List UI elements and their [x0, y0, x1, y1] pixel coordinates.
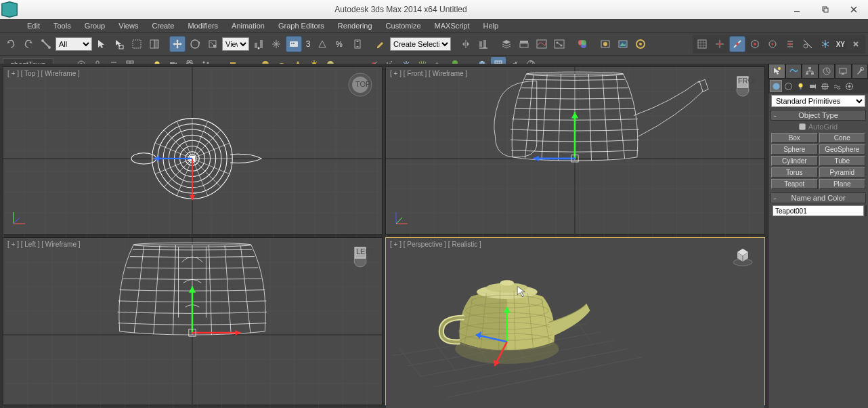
viewcube-front[interactable]: FRONT: [731, 73, 755, 97]
object-name-input[interactable]: [773, 205, 864, 216]
menu-rendering[interactable]: Rendering: [331, 20, 379, 31]
layers-icon[interactable]: [498, 36, 515, 52]
menu-graph-editors[interactable]: Graph Editors: [272, 20, 331, 31]
object-color-swatch[interactable]: [865, 205, 867, 216]
snap-edge-icon[interactable]: [729, 36, 745, 52]
select-scale-icon[interactable]: [204, 36, 221, 52]
menu-help[interactable]: Help: [477, 20, 506, 31]
motion-tab[interactable]: [819, 64, 836, 79]
display-tab[interactable]: [835, 64, 852, 79]
selection-filter-dropdown[interactable]: All: [56, 37, 92, 51]
viewcube-top[interactable]: TOP: [348, 73, 372, 97]
prim-box[interactable]: Box: [771, 133, 818, 143]
create-tab[interactable]: [768, 64, 785, 79]
select-move-icon[interactable]: [169, 36, 186, 52]
prim-plane[interactable]: Plane: [819, 179, 866, 189]
close-button[interactable]: [840, 2, 868, 17]
prim-torus[interactable]: Torus: [771, 167, 818, 178]
autogrid-checkbox[interactable]: [799, 123, 806, 130]
xy-constraint-label[interactable]: XY: [835, 40, 846, 49]
prim-sphere[interactable]: Sphere: [771, 144, 818, 155]
menu-animation[interactable]: Animation: [225, 20, 272, 31]
snap-face-icon[interactable]: [747, 36, 763, 52]
graphite-ribbon-icon[interactable]: [516, 36, 532, 52]
curve-editor-icon[interactable]: [534, 36, 550, 52]
snap-pivot-icon[interactable]: [764, 36, 781, 52]
modify-tab[interactable]: [785, 64, 802, 79]
cameras-category[interactable]: [806, 80, 819, 92]
schematic-view-icon[interactable]: [551, 36, 567, 52]
name-color-rollout-header[interactable]: -Name and Color: [771, 192, 866, 203]
snap-options-icon[interactable]: [848, 36, 864, 52]
menu-group[interactable]: Group: [78, 20, 112, 31]
snap-tangent-icon[interactable]: [800, 36, 816, 52]
object-type-rollout-header[interactable]: -Object Type: [771, 110, 866, 121]
viewport-front-label[interactable]: [ + ] [ Front ] [ Wireframe ]: [390, 70, 467, 77]
viewport-front[interactable]: [ + ] [ Front ] [ Wireframe ]: [385, 66, 765, 234]
viewport-left[interactable]: [ + ] [ Left ] [ Wireframe ]: [3, 237, 383, 405]
main-toolbar: All View 3 % Create Selection Se XY: [0, 33, 868, 56]
prim-pyramid[interactable]: Pyramid: [819, 167, 866, 178]
select-rotate-icon[interactable]: [187, 36, 203, 52]
prim-geosphere[interactable]: GeoSphere: [819, 144, 866, 155]
hierarchy-tab[interactable]: [802, 64, 819, 79]
prim-cylinder[interactable]: Cylinder: [771, 156, 818, 166]
reference-coord-dropdown[interactable]: View: [222, 37, 249, 51]
shapes-category[interactable]: [782, 80, 794, 92]
snap-toggle-value[interactable]: 3: [303, 39, 313, 49]
prim-tube[interactable]: Tube: [819, 156, 866, 166]
viewport-perspective[interactable]: [ + ] [ Perspective ] [ Realistic ]: [385, 237, 765, 405]
window-crossing-icon[interactable]: [146, 36, 162, 52]
menu-create[interactable]: Create: [145, 20, 181, 31]
viewport-top[interactable]: [ + ] [ Top ] [ Wireframe ]: [3, 66, 383, 234]
select-by-name-icon[interactable]: [111, 36, 127, 52]
undo-icon[interactable]: [3, 36, 19, 52]
rendered-frame-icon[interactable]: [615, 36, 631, 52]
link-icon[interactable]: [38, 36, 54, 52]
viewport-left-label[interactable]: [ + ] [ Left ] [ Wireframe ]: [7, 241, 81, 248]
menu-customize[interactable]: Customize: [379, 20, 428, 31]
render-production-icon[interactable]: [632, 36, 649, 52]
render-setup-icon[interactable]: [597, 36, 613, 52]
snap-vertex-icon[interactable]: [712, 36, 728, 52]
grid-snap-icon[interactable]: [694, 36, 710, 52]
spacewarps-category[interactable]: [831, 80, 843, 92]
snap-grid-point-icon[interactable]: [782, 36, 798, 52]
helpers-category[interactable]: [819, 80, 831, 92]
viewport-top-label[interactable]: [ + ] [ Top ] [ Wireframe ]: [7, 70, 80, 77]
svg-rect-173: [811, 73, 814, 75]
systems-category[interactable]: [843, 80, 855, 92]
select-region-icon[interactable]: [129, 36, 145, 52]
prim-teapot[interactable]: Teapot: [771, 179, 818, 189]
minimize-button[interactable]: [783, 2, 811, 17]
lights-category[interactable]: [794, 80, 806, 92]
edit-selection-set-icon[interactable]: [372, 36, 389, 52]
redo-icon[interactable]: [20, 36, 37, 52]
named-selection-dropdown[interactable]: Create Selection Se: [390, 37, 451, 51]
utilities-tab[interactable]: [852, 64, 869, 79]
spinner-snap-icon[interactable]: [349, 36, 366, 52]
angle-snap-icon[interactable]: [314, 36, 330, 52]
menu-views[interactable]: Views: [112, 20, 145, 31]
primitive-class-dropdown[interactable]: Standard Primitives: [771, 95, 865, 107]
prim-cone[interactable]: Cone: [819, 133, 866, 143]
keyboard-shortcut-toggle-icon[interactable]: [286, 36, 302, 52]
manipulate-icon[interactable]: [268, 36, 284, 52]
percent-snap-icon[interactable]: %: [332, 36, 348, 52]
pivot-icon[interactable]: [251, 36, 267, 52]
mirror-icon[interactable]: [458, 36, 474, 52]
align-icon[interactable]: [475, 36, 492, 52]
viewport-perspective-label[interactable]: [ + ] [ Perspective ] [ Realistic ]: [390, 241, 481, 248]
menu-modifiers[interactable]: Modifiers: [181, 20, 225, 31]
geometry-category[interactable]: [770, 80, 782, 92]
viewcube-left[interactable]: LEFT: [348, 243, 372, 268]
material-editor-icon[interactable]: [574, 36, 590, 52]
menu-maxscript[interactable]: MAXScript: [428, 20, 477, 31]
app-icon[interactable]: [0, 0, 19, 19]
select-object-icon[interactable]: [93, 36, 110, 52]
menu-tools[interactable]: Tools: [47, 20, 78, 31]
menu-edit[interactable]: Edit: [20, 20, 47, 31]
snap-frozen-icon[interactable]: [817, 36, 833, 52]
viewcube-perspective[interactable]: [731, 243, 755, 268]
maximize-button[interactable]: [811, 2, 840, 17]
